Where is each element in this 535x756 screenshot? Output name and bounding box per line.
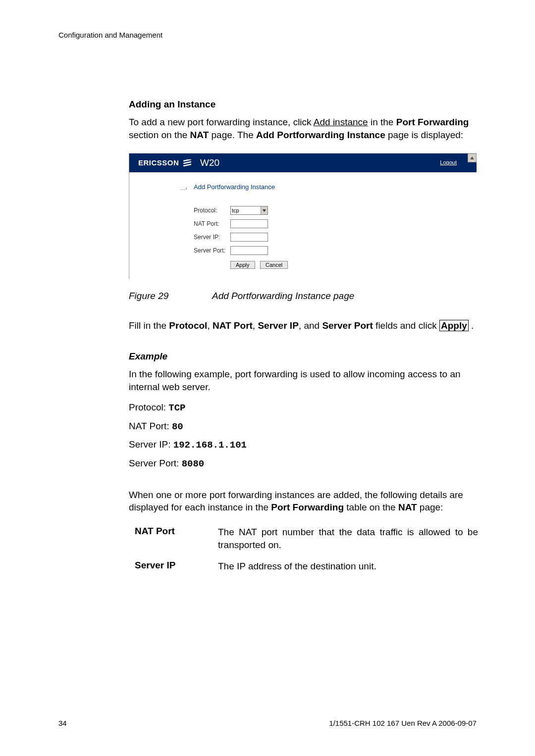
- text: ,: [207, 320, 213, 331]
- page-header: Configuration and Management: [58, 31, 162, 39]
- chevron-down-icon: [263, 209, 266, 212]
- example-nat-port: NAT Port: 80: [129, 420, 478, 434]
- text: Fill in the: [129, 320, 169, 331]
- section-heading: Adding an Instance: [129, 99, 478, 110]
- text: , and: [299, 320, 322, 331]
- port-forwarding-form: Protocol: tcp NAT Port: Server IP:: [194, 205, 477, 269]
- label: Server IP:: [129, 439, 173, 450]
- text: table on the: [344, 502, 398, 512]
- definitions-table: NAT Port The NAT port number that the da…: [129, 526, 478, 573]
- form-title: Add Portforwarding Instance: [194, 183, 275, 191]
- bold-text: NAT: [190, 130, 209, 140]
- bold-text: NAT: [398, 502, 417, 512]
- breadcrumb-arrow-icon: …›: [180, 185, 187, 191]
- apply-button[interactable]: Apply: [230, 261, 255, 269]
- screenshot-header: ERICSSON W20 Logout: [129, 153, 477, 172]
- text: page:: [417, 502, 443, 512]
- value: 80: [172, 421, 183, 432]
- example-server-ip: Server IP: 192.168.1.101: [129, 438, 478, 452]
- text: page. The: [209, 130, 256, 140]
- def-desc: The NAT port number that the data traffi…: [218, 526, 478, 551]
- def-term: NAT Port: [129, 526, 218, 551]
- def-term: Server IP: [129, 560, 218, 573]
- apply-button-reference: Apply: [439, 320, 469, 331]
- bold-text: Server IP: [258, 320, 298, 331]
- text: .: [469, 320, 474, 331]
- label: Server Port:: [129, 458, 182, 468]
- screenshot-panel: ERICSSON W20 Logout …› Add Portforwardin…: [129, 153, 477, 279]
- svg-marker-1: [263, 209, 266, 212]
- cancel-button[interactable]: Cancel: [260, 261, 288, 269]
- figure-caption: Figure 29Add Portforwarding Instance pag…: [129, 291, 478, 302]
- figure-caption-text: Add Portforwarding Instance page: [212, 291, 354, 301]
- def-row-nat-port: NAT Port The NAT port number that the da…: [129, 526, 478, 551]
- bold-text: Port Forwarding: [396, 117, 469, 127]
- label: Protocol:: [129, 402, 168, 412]
- example-server-port: Server Port: 8080: [129, 457, 478, 471]
- label: NAT Port:: [129, 421, 172, 431]
- ericsson-logo: ERICSSON: [138, 158, 191, 168]
- ericsson-waves-icon: [183, 159, 191, 168]
- example-description: In the following example, port forwardin…: [129, 368, 478, 393]
- page-number: 34: [58, 719, 67, 727]
- add-instance-link-text: Add instance: [314, 117, 368, 127]
- nat-port-label: NAT Port:: [194, 220, 230, 227]
- text: ,: [253, 320, 258, 331]
- value: 8080: [182, 458, 205, 469]
- svg-marker-0: [470, 156, 474, 159]
- bold-text: NAT Port: [213, 320, 253, 331]
- value: 192.168.1.101: [173, 440, 247, 451]
- text: page is displayed:: [385, 130, 463, 140]
- nat-port-input[interactable]: [230, 219, 268, 228]
- text: section on the: [129, 130, 190, 140]
- text: To add a new port forwarding instance, c…: [129, 117, 314, 127]
- logout-link[interactable]: Logout: [440, 159, 457, 165]
- bold-text: Add Portforwarding Instance: [256, 130, 385, 140]
- value: TCP: [168, 403, 185, 413]
- dropdown-button[interactable]: [261, 206, 268, 214]
- screenshot-body: …› Add Portforwarding Instance Protocol:…: [129, 172, 477, 279]
- brand-text: ERICSSON: [138, 158, 179, 167]
- example-protocol: Protocol: TCP: [129, 401, 478, 415]
- protocol-value: tcp: [232, 207, 239, 213]
- server-port-input[interactable]: [230, 246, 268, 255]
- server-ip-input[interactable]: [230, 233, 268, 242]
- example-heading: Example: [129, 351, 478, 362]
- bold-text: Protocol: [169, 320, 207, 331]
- doc-reference: 1/1551-CRH 102 167 Uen Rev A 2006-09-07: [329, 719, 477, 727]
- bold-text: Port Forwarding: [271, 502, 344, 512]
- table-intro-paragraph: When one or more port forwarding instanc…: [129, 489, 478, 514]
- protocol-label: Protocol:: [194, 207, 230, 214]
- scroll-up-button[interactable]: [468, 153, 477, 162]
- protocol-select[interactable]: tcp: [230, 206, 268, 215]
- def-desc: The IP address of the destination unit.: [218, 560, 478, 573]
- figure-number: Figure 29: [129, 291, 212, 302]
- server-ip-label: Server IP:: [194, 234, 230, 241]
- def-row-server-ip: Server IP The IP address of the destinat…: [129, 560, 478, 573]
- text: fields and click: [373, 320, 439, 331]
- server-port-label: Server Port:: [194, 247, 230, 254]
- model-text: W20: [200, 157, 219, 168]
- intro-paragraph: To add a new port forwarding instance, c…: [129, 116, 478, 141]
- text: in the: [368, 117, 396, 127]
- caret-up-icon: [470, 156, 474, 159]
- bold-text: Server Port: [322, 320, 373, 331]
- fill-in-paragraph: Fill in the Protocol, NAT Port, Server I…: [129, 319, 478, 332]
